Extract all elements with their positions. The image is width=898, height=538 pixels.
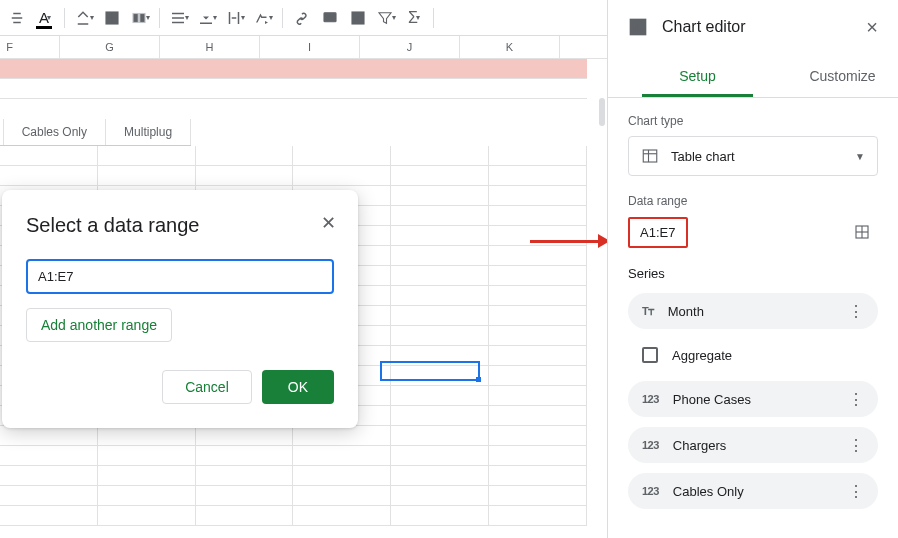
selected-cell[interactable] — [380, 361, 480, 381]
series-label: Chargers — [673, 438, 848, 453]
svg-rect-16 — [643, 150, 657, 162]
close-icon[interactable]: ✕ — [321, 212, 336, 234]
aggregate-row[interactable]: Aggregate — [628, 339, 878, 381]
svg-rect-4 — [140, 13, 145, 22]
sidebar-title: Chart editor — [662, 18, 866, 36]
data-range-input[interactable] — [26, 259, 334, 294]
text-type-icon: Tᴛ — [642, 305, 654, 318]
functions-icon[interactable]: Σ — [401, 5, 427, 31]
text-color-icon[interactable]: A — [32, 5, 58, 31]
insert-link-icon[interactable] — [289, 5, 315, 31]
chart-type-value: Table chart — [671, 149, 855, 164]
column-headers: F G H I J K — [0, 36, 607, 59]
series-label: Phone Cases — [673, 392, 848, 407]
col-header[interactable]: H — [160, 36, 260, 58]
more-icon[interactable]: ⋮ — [848, 390, 864, 409]
merge-cells-icon[interactable] — [127, 5, 153, 31]
chart-editor-sidebar: Chart editor × Setup Customize Chart typ… — [607, 0, 898, 538]
select-data-range-modal: Select a data range ✕ Add another range … — [2, 190, 358, 428]
chart-type-label: Chart type — [628, 114, 878, 128]
v-align-icon[interactable] — [194, 5, 220, 31]
col-header[interactable]: J — [360, 36, 460, 58]
series-item-phone-cases[interactable]: 123 Phone Cases ⋮ — [628, 381, 878, 417]
cancel-button[interactable]: Cancel — [162, 370, 252, 404]
borders-icon[interactable] — [99, 5, 125, 31]
col-header[interactable]: I — [260, 36, 360, 58]
chart-icon — [628, 17, 648, 37]
series-label: Month — [668, 304, 848, 319]
filter-icon[interactable] — [373, 5, 399, 31]
col-header[interactable]: G — [60, 36, 160, 58]
more-icon[interactable]: ⋮ — [848, 482, 864, 501]
aggregate-checkbox[interactable] — [642, 347, 658, 363]
fill-color-icon[interactable] — [71, 5, 97, 31]
chart-type-select[interactable]: Table chart ▼ — [628, 136, 878, 176]
chevron-down-icon: ▼ — [855, 151, 865, 162]
series-item-chargers[interactable]: 123 Chargers ⋮ — [628, 427, 878, 463]
select-range-icon[interactable] — [846, 216, 878, 248]
number-type-icon: 123 — [642, 485, 659, 497]
number-type-icon: 123 — [642, 439, 659, 451]
ok-button[interactable]: OK — [262, 370, 334, 404]
add-another-range-button[interactable]: Add another range — [26, 308, 172, 342]
insert-chart-icon[interactable] — [345, 5, 371, 31]
table-chart-icon — [641, 147, 659, 165]
insert-comment-icon[interactable] — [317, 5, 343, 31]
scrollbar[interactable] — [599, 98, 605, 126]
more-icon[interactable]: ⋮ — [848, 436, 864, 455]
series-item-cables-only[interactable]: 123 Cables Only ⋮ — [628, 473, 878, 509]
col-header[interactable]: F — [0, 36, 60, 58]
data-range-value[interactable]: A1:E7 — [628, 217, 688, 248]
more-icon[interactable]: ⋮ — [848, 302, 864, 321]
aggregate-label: Aggregate — [672, 348, 732, 363]
data-range-label: Data range — [628, 194, 878, 208]
tab-setup[interactable]: Setup — [642, 54, 753, 97]
series-section-label: Series — [628, 266, 878, 281]
h-align-icon[interactable] — [166, 5, 192, 31]
close-sidebar-icon[interactable]: × — [866, 16, 878, 39]
sheet-tabs: ers Cables Only Multiplug — [0, 119, 191, 146]
svg-rect-3 — [133, 13, 138, 22]
series-label: Cables Only — [673, 484, 848, 499]
tab-customize[interactable]: Customize — [787, 54, 898, 97]
tab-multiplug[interactable]: Multiplug — [106, 119, 191, 145]
annotation-arrow — [530, 232, 612, 252]
col-header[interactable]: K — [460, 36, 560, 58]
text-wrap-icon[interactable] — [222, 5, 248, 31]
strikethrough-icon[interactable] — [4, 5, 30, 31]
number-type-icon: 123 — [642, 393, 659, 405]
series-item-month[interactable]: Tᴛ Month ⋮ — [628, 293, 878, 329]
modal-title: Select a data range — [26, 214, 334, 237]
text-rotate-icon[interactable] — [250, 5, 276, 31]
highlighted-row[interactable] — [0, 59, 587, 79]
tab-cables-only[interactable]: Cables Only — [4, 119, 106, 145]
